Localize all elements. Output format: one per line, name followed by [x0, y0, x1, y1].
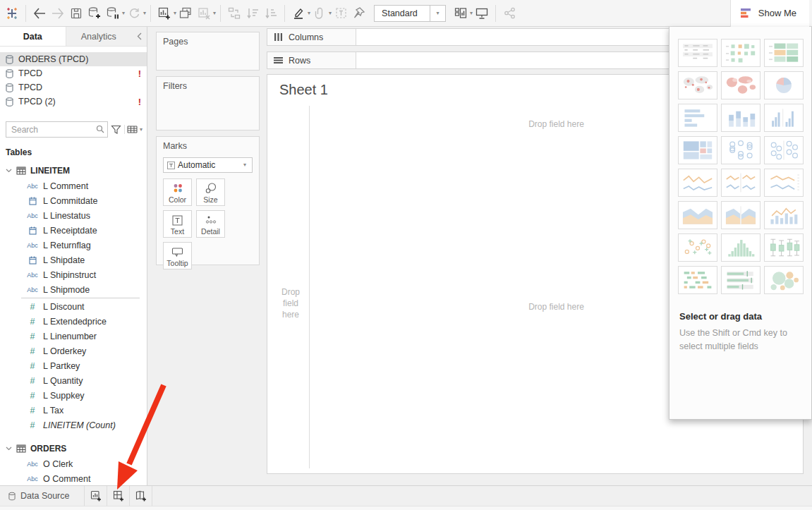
tab-data-source[interactable]: Data Source	[0, 486, 85, 506]
field-label: LINEITEM (Count)	[43, 420, 116, 430]
showme-discrete-lines[interactable]	[764, 169, 804, 197]
detail-button[interactable]: Detail	[196, 210, 225, 238]
filter-fields-icon[interactable]	[111, 124, 121, 135]
showme-filled-map[interactable]	[721, 71, 761, 99]
field-item[interactable]: #L Quantity	[0, 373, 147, 388]
field-item[interactable]: #L Tax	[0, 403, 147, 418]
tooltip-button[interactable]: Tooltip	[163, 242, 192, 269]
showme-dual-combination[interactable]	[764, 201, 804, 229]
fix-axes-button[interactable]	[350, 4, 368, 23]
showme-pie-chart[interactable]	[764, 71, 804, 99]
new-story-button[interactable]	[130, 486, 152, 506]
field-item[interactable]: AbcL Returnflag	[0, 238, 147, 253]
row-header-drop-zone[interactable]: Drop field here	[276, 286, 305, 321]
showme-histogram[interactable]	[721, 233, 761, 262]
pause-auto-updates-button[interactable]	[104, 4, 122, 23]
field-item[interactable]: AbcL Shipinstruct	[0, 267, 147, 282]
showme-continuous-lines[interactable]	[678, 169, 717, 197]
chevron-down-icon: ▾	[213, 11, 216, 16]
pages-shelf[interactable]: Pages	[156, 32, 260, 71]
field-item[interactable]: #LINEITEM (Count)	[0, 418, 147, 432]
new-worksheet-button[interactable]	[155, 4, 174, 23]
search-input[interactable]	[6, 121, 108, 138]
new-dashboard-button[interactable]	[107, 486, 130, 506]
text-icon	[172, 215, 183, 226]
filters-shelf[interactable]: Filters	[156, 76, 260, 130]
field-item[interactable]: L Shipdate	[0, 253, 147, 267]
showme-heat-map[interactable]	[721, 39, 761, 67]
datasource-item[interactable]: TPCD	[0, 80, 147, 95]
field-item[interactable]: AbcL Comment	[0, 178, 147, 193]
showme-horizontal-bars[interactable]	[678, 104, 717, 132]
showme-scatter-plot[interactable]	[678, 233, 717, 262]
duplicate-sheet-button[interactable]	[176, 4, 195, 23]
show-me-button[interactable]: Show Me	[730, 0, 809, 27]
undo-button[interactable]	[30, 4, 49, 23]
field-item[interactable]: #L Linenumber	[0, 329, 147, 344]
show-me-icon	[741, 8, 753, 18]
tableau-logo-icon	[3, 4, 21, 23]
highlight-button[interactable]	[289, 4, 308, 23]
showme-dual-lines[interactable]	[721, 169, 761, 197]
text-button[interactable]: Text	[163, 210, 192, 238]
field-label: O Clerk	[43, 459, 73, 469]
field-item[interactable]: #L Discount	[0, 299, 147, 314]
showme-circle-views[interactable]	[721, 136, 761, 164]
chevron-down-icon[interactable]: ▾	[238, 158, 252, 172]
data-pane-tabs: Data Analytics	[0, 27, 147, 47]
chevron-down-icon: ▾	[140, 127, 143, 133]
new-data-source-button[interactable]	[85, 4, 104, 23]
showme-side-by-side-circles[interactable]	[764, 136, 804, 164]
chevron-down-icon[interactable]: ▾	[430, 6, 445, 21]
showme-bullet-graph[interactable]	[721, 266, 761, 294]
size-button[interactable]: Size	[196, 178, 225, 206]
field-item[interactable]: #L Partkey	[0, 358, 147, 373]
datasource-item[interactable]: TPCD !	[0, 66, 147, 80]
showme-highlight-table[interactable]	[764, 39, 804, 67]
field-item[interactable]: AbcL Linestatus	[0, 208, 147, 223]
tab-analytics[interactable]: Analytics	[66, 27, 132, 46]
collapse-pane-button[interactable]	[131, 27, 147, 46]
showme-box-and-whisker[interactable]	[764, 233, 804, 262]
showme-gantt[interactable]	[678, 266, 717, 294]
field-item[interactable]: L Commitdate	[0, 193, 147, 208]
search-row: ▾	[6, 121, 143, 138]
sort-descending-button	[262, 4, 280, 23]
field-item[interactable]: #L Extendedprice	[0, 314, 147, 329]
showme-text-table[interactable]	[678, 39, 717, 67]
showme-symbol-map[interactable]	[678, 71, 717, 99]
cell-size-button[interactable]	[452, 4, 470, 23]
color-button[interactable]: Color	[163, 178, 192, 206]
field-item[interactable]: #L Orderkey	[0, 344, 147, 358]
field-item[interactable]: AbcO Comment	[0, 471, 147, 485]
table-group-orders[interactable]: ORDERS	[0, 441, 147, 456]
datasource-item[interactable]: TPCD (2) !	[0, 95, 147, 109]
mark-type-select[interactable]: Automatic ▾	[163, 157, 253, 173]
chevron-down-icon	[6, 447, 12, 451]
showme-stacked-bars[interactable]	[721, 104, 761, 132]
showme-treemap[interactable]	[678, 136, 717, 164]
showme-side-by-side-bars[interactable]	[764, 104, 804, 132]
number-icon: #	[24, 406, 41, 415]
showme-discrete-area[interactable]	[721, 201, 761, 229]
field-label: L Shipdate	[43, 255, 85, 265]
field-item[interactable]: AbcL Shipmode	[0, 282, 147, 297]
field-item[interactable]: #L Suppkey	[0, 388, 147, 403]
field-item[interactable]: AbcO Clerk	[0, 456, 147, 471]
tab-data[interactable]: Data	[0, 27, 66, 46]
redo-button[interactable]	[49, 4, 67, 23]
showme-packed-bubbles[interactable]	[764, 266, 804, 294]
fit-mode-select[interactable]: Standard ▾	[374, 5, 446, 22]
view-options-button[interactable]: ▾	[124, 125, 143, 134]
abc-icon: Abc	[24, 461, 41, 468]
table-group-lineitem[interactable]: LINEITEM	[0, 163, 147, 178]
field-label: O Comment	[43, 474, 90, 484]
field-item[interactable]: L Receiptdate	[0, 223, 147, 238]
detail-icon	[205, 215, 217, 226]
save-button[interactable]	[67, 4, 85, 23]
presentation-mode-button[interactable]	[473, 4, 491, 23]
showme-continuous-area[interactable]	[678, 201, 717, 229]
datasource-item[interactable]: ORDERS (TPCD)	[0, 52, 147, 66]
chevron-left-icon	[137, 32, 142, 40]
new-worksheet-tab-button[interactable]	[85, 486, 107, 506]
